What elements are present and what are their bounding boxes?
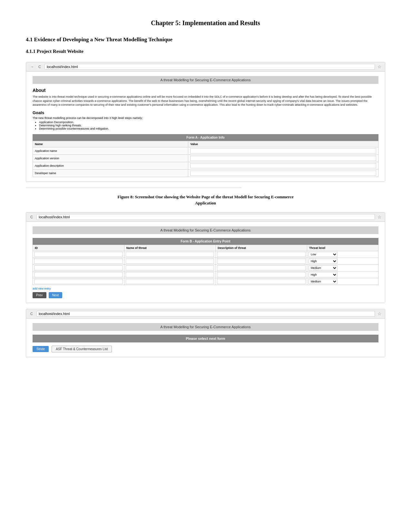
prev-button[interactable]: Prev xyxy=(33,292,46,298)
site-header-1: A threat Modelling for Securing E-Commer… xyxy=(33,76,378,84)
table-row: Low Medium High xyxy=(33,258,378,264)
form-b-id-4[interactable] xyxy=(33,278,124,285)
id-input-3[interactable] xyxy=(34,272,123,277)
back-button-1[interactable]: → xyxy=(29,65,35,69)
browser-toolbar-3: C localhost/index.html ☆ xyxy=(26,309,385,319)
form-b-col-level: Threat level xyxy=(307,245,378,251)
form-b-name-4[interactable] xyxy=(124,278,216,285)
bookmark-icon-3[interactable]: ☆ xyxy=(377,311,382,316)
level-select-0[interactable]: Low Medium High xyxy=(308,252,338,257)
form-b-level-0[interactable]: Low Medium High xyxy=(307,251,378,258)
url-bar-2[interactable]: localhost/index.html xyxy=(36,214,375,220)
field-text-0[interactable] xyxy=(190,148,376,153)
level-select-1[interactable]: Low Medium High xyxy=(308,259,338,264)
section-title: 4.1 Evidence of Developing a New Threat … xyxy=(26,36,385,43)
add-entry-link[interactable]: add new entry xyxy=(33,287,378,290)
form-b-col-name: Name of threat xyxy=(124,245,216,251)
browser-toolbar-2: C localhost/index.html ☆ xyxy=(26,212,385,222)
site-header-3: A threat Modelling for Securing E-Commer… xyxy=(33,323,378,331)
form-a-table: Name Value Application name Application … xyxy=(33,141,378,177)
id-input-4[interactable] xyxy=(34,279,123,284)
stride-button[interactable]: Stride xyxy=(33,346,49,352)
url-bar-3[interactable]: localhost/index.html xyxy=(36,311,375,317)
browser-content-2: A threat Modelling for Securing E-Commer… xyxy=(26,222,385,303)
refresh-button-1[interactable]: C xyxy=(37,65,42,69)
asf-button[interactable]: ASF Threat & Countermeasures List xyxy=(52,346,112,352)
table-row: Application name xyxy=(33,147,378,154)
browser-mockup-1: → C localhost/index.html ☆ A threat Mode… xyxy=(26,62,385,182)
form-b-id-3[interactable] xyxy=(33,271,124,278)
form-b-id-2[interactable] xyxy=(33,264,124,271)
browser-content-3: A threat Modelling for Securing E-Commer… xyxy=(26,319,385,357)
bookmark-icon-2[interactable]: ☆ xyxy=(377,214,382,220)
nav-buttons: Prev Next xyxy=(33,292,378,298)
form-b-id-1[interactable] xyxy=(33,258,124,264)
desc-input-2[interactable] xyxy=(217,265,306,271)
form-b-desc-1[interactable] xyxy=(216,258,307,264)
back-button-2[interactable]: C xyxy=(29,215,34,219)
next-button[interactable]: Next xyxy=(49,292,63,298)
field-text-3[interactable] xyxy=(190,171,376,176)
figure-1-caption: Figure 8: Screenshot One showing the Web… xyxy=(109,194,302,206)
form-b-id-0[interactable] xyxy=(33,251,124,258)
table-row: Developer name xyxy=(33,169,378,177)
table-row: Application version xyxy=(33,154,378,162)
desc-input-3[interactable] xyxy=(217,272,306,277)
name-input-0[interactable] xyxy=(126,252,214,257)
form-a-col-name: Name xyxy=(33,141,188,147)
form-b-level-1[interactable]: Low Medium High xyxy=(307,258,378,264)
browser-mockup-2: C localhost/index.html ☆ A threat Modell… xyxy=(26,212,385,303)
desc-input-1[interactable] xyxy=(217,259,306,264)
subsection-title: 4.1.1 Project Result Website xyxy=(26,49,385,54)
form-b-name-1[interactable] xyxy=(124,258,216,264)
name-input-3[interactable] xyxy=(126,272,214,277)
form-b-desc-2[interactable] xyxy=(216,264,307,271)
field-text-2[interactable] xyxy=(190,163,376,168)
about-text: The website is into threat model techniq… xyxy=(33,95,378,107)
please-select-header: Please select next form xyxy=(33,335,378,342)
url-bar-1[interactable]: localhost/index.html xyxy=(44,64,375,70)
form-b-level-4[interactable]: Low Medium High xyxy=(307,278,378,285)
goal-item-1: Application Decomposition. xyxy=(39,121,378,124)
form-b-desc-3[interactable] xyxy=(216,271,307,278)
field-label-1: Application version xyxy=(33,154,188,162)
form-b-desc-4[interactable] xyxy=(216,278,307,285)
about-title: About xyxy=(33,88,378,93)
name-input-1[interactable] xyxy=(126,259,214,264)
site-header-2: A threat Modelling for Securing E-Commer… xyxy=(33,226,378,234)
field-text-1[interactable] xyxy=(190,156,376,161)
field-input-0[interactable] xyxy=(188,147,378,154)
goal-item-2: Determining high ranking threats. xyxy=(39,124,378,127)
field-input-1[interactable] xyxy=(188,154,378,162)
form-b-name-3[interactable] xyxy=(124,271,216,278)
field-input-3[interactable] xyxy=(188,169,378,177)
form-b-level-2[interactable]: Low Medium High xyxy=(307,264,378,271)
form-b-table: ID Name of threat Description of threat … xyxy=(33,245,378,285)
table-row: Low Medium High xyxy=(33,278,378,285)
form-b-level-3[interactable]: Low Medium High xyxy=(307,271,378,278)
field-input-2[interactable] xyxy=(188,162,378,169)
form-b-desc-0[interactable] xyxy=(216,251,307,258)
field-label-2: Application description xyxy=(33,162,188,169)
table-row: Low Medium High xyxy=(33,251,378,258)
level-select-3[interactable]: Low Medium High xyxy=(308,272,338,277)
browser-mockup-3: C localhost/index.html ☆ A threat Modell… xyxy=(26,309,385,357)
form-b-name-2[interactable] xyxy=(124,264,216,271)
desc-input-0[interactable] xyxy=(217,252,306,257)
id-input-1[interactable] xyxy=(34,259,123,264)
name-input-2[interactable] xyxy=(126,265,214,271)
level-select-4[interactable]: Low Medium High xyxy=(308,279,338,284)
level-select-2[interactable]: Low Medium High xyxy=(308,265,338,271)
table-row: Low Medium High xyxy=(33,264,378,271)
id-input-2[interactable] xyxy=(34,265,123,271)
chapter-title: Chapter 5: Implementation and Results xyxy=(26,19,385,27)
bookmark-icon-1[interactable]: ☆ xyxy=(377,64,382,69)
form-b-name-0[interactable] xyxy=(124,251,216,258)
desc-input-4[interactable] xyxy=(217,279,306,284)
form-b-col-desc: Description of threat xyxy=(216,245,307,251)
name-input-4[interactable] xyxy=(126,279,214,284)
id-input-0[interactable] xyxy=(34,252,123,257)
form-a-header: Form A - Application Info xyxy=(33,134,378,141)
back-button-3[interactable]: C xyxy=(29,312,34,316)
table-row: Application description xyxy=(33,162,378,169)
